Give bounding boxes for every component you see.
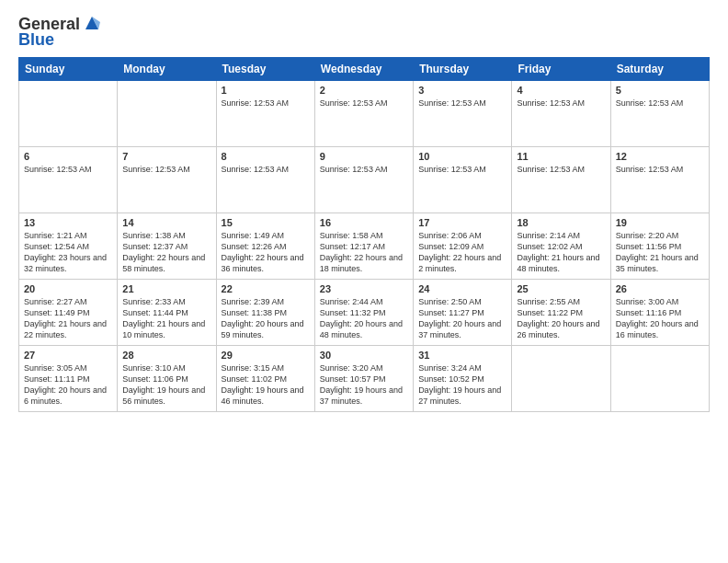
- day-number: 17: [418, 217, 506, 228]
- day-info: Sunrise: 12:53 AM: [24, 164, 112, 175]
- day-number: 31: [418, 350, 506, 361]
- day-info: Sunrise: 12:53 AM: [616, 164, 704, 175]
- weekday-header-row: SundayMondayTuesdayWednesdayThursdayFrid…: [19, 58, 710, 81]
- day-number: 30: [320, 350, 408, 361]
- page: General Blue SundayMondayTuesdayWednesda…: [0, 0, 728, 563]
- day-number: 12: [616, 151, 704, 162]
- day-cell: 16Sunrise: 1:58 AM Sunset: 12:17 AM Dayl…: [314, 213, 413, 280]
- day-cell: 8Sunrise: 12:53 AM: [216, 147, 314, 213]
- weekday-header-thursday: Thursday: [414, 58, 512, 81]
- day-cell: 18Sunrise: 2:14 AM Sunset: 12:02 AM Dayl…: [512, 213, 610, 280]
- day-cell: 31Sunrise: 3:24 AM Sunset: 10:52 PM Dayl…: [414, 346, 512, 412]
- day-cell: 1Sunrise: 12:53 AM: [216, 81, 314, 147]
- day-info: Sunrise: 2:27 AM Sunset: 11:49 PM Daylig…: [24, 296, 112, 341]
- day-cell: 5Sunrise: 12:53 AM: [610, 81, 709, 147]
- day-number: 9: [320, 151, 408, 162]
- week-row-2: 6Sunrise: 12:53 AM7Sunrise: 12:53 AM8Sun…: [19, 147, 710, 213]
- day-info: Sunrise: 2:50 AM Sunset: 11:27 PM Daylig…: [418, 296, 506, 341]
- day-info: Sunrise: 3:15 AM Sunset: 11:02 PM Daylig…: [222, 362, 310, 408]
- day-cell: 23Sunrise: 2:44 AM Sunset: 11:32 PM Dayl…: [314, 280, 413, 346]
- day-number: 6: [24, 151, 112, 162]
- day-number: 27: [24, 350, 112, 361]
- day-cell: 29Sunrise: 3:15 AM Sunset: 11:02 PM Dayl…: [216, 346, 314, 412]
- day-info: Sunrise: 12:53 AM: [418, 164, 506, 175]
- day-cell: 17Sunrise: 2:06 AM Sunset: 12:09 AM Dayl…: [414, 213, 512, 280]
- day-cell: 15Sunrise: 1:49 AM Sunset: 12:26 AM Dayl…: [216, 213, 314, 280]
- day-number: 20: [24, 283, 112, 294]
- day-number: 16: [320, 217, 408, 228]
- day-cell: 9Sunrise: 12:53 AM: [314, 147, 413, 213]
- day-number: 1: [222, 85, 310, 96]
- weekday-header-tuesday: Tuesday: [216, 58, 314, 81]
- day-cell: 2Sunrise: 12:53 AM: [314, 81, 413, 147]
- day-cell: 22Sunrise: 2:39 AM Sunset: 11:38 PM Dayl…: [216, 280, 314, 346]
- day-cell: 6Sunrise: 12:53 AM: [19, 147, 118, 213]
- day-number: 7: [122, 151, 210, 162]
- week-row-3: 13Sunrise: 1:21 AM Sunset: 12:54 AM Dayl…: [19, 213, 710, 280]
- day-number: 22: [222, 283, 310, 294]
- day-cell: 14Sunrise: 1:38 AM Sunset: 12:37 AM Dayl…: [118, 213, 216, 280]
- day-number: 21: [122, 283, 210, 294]
- day-cell: 28Sunrise: 3:10 AM Sunset: 11:06 PM Dayl…: [118, 346, 216, 412]
- day-cell: 20Sunrise: 2:27 AM Sunset: 11:49 PM Dayl…: [19, 280, 118, 346]
- day-number: 11: [517, 151, 605, 162]
- day-cell: 25Sunrise: 2:55 AM Sunset: 11:22 PM Dayl…: [512, 280, 610, 346]
- day-cell: 19Sunrise: 2:20 AM Sunset: 11:56 PM Dayl…: [610, 213, 709, 280]
- day-info: Sunrise: 12:53 AM: [418, 98, 506, 109]
- weekday-header-wednesday: Wednesday: [314, 58, 413, 81]
- day-number: 29: [222, 350, 310, 361]
- day-number: 24: [418, 283, 506, 294]
- week-row-5: 27Sunrise: 3:05 AM Sunset: 11:11 PM Dayl…: [19, 346, 710, 412]
- day-info: Sunrise: 2:39 AM Sunset: 11:38 PM Daylig…: [222, 296, 310, 341]
- day-number: 28: [122, 350, 210, 361]
- day-number: 14: [122, 217, 210, 228]
- day-info: Sunrise: 3:24 AM Sunset: 10:52 PM Daylig…: [418, 362, 506, 408]
- day-number: 8: [222, 151, 310, 162]
- week-row-4: 20Sunrise: 2:27 AM Sunset: 11:49 PM Dayl…: [19, 280, 710, 346]
- week-row-1: 1Sunrise: 12:53 AM2Sunrise: 12:53 AM3Sun…: [19, 81, 710, 147]
- day-number: 18: [517, 217, 605, 228]
- day-info: Sunrise: 2:55 AM Sunset: 11:22 PM Daylig…: [517, 296, 605, 341]
- day-info: Sunrise: 1:38 AM Sunset: 12:37 AM Daylig…: [122, 230, 210, 275]
- day-info: Sunrise: 12:53 AM: [517, 98, 605, 109]
- day-info: Sunrise: 3:10 AM Sunset: 11:06 PM Daylig…: [122, 362, 210, 408]
- weekday-header-friday: Friday: [512, 58, 610, 81]
- day-cell: 7Sunrise: 12:53 AM: [118, 147, 216, 213]
- logo: General Blue: [18, 15, 102, 50]
- day-info: Sunrise: 3:20 AM Sunset: 10:57 PM Daylig…: [320, 362, 408, 408]
- day-number: 23: [320, 283, 408, 294]
- day-info: Sunrise: 12:53 AM: [320, 98, 408, 109]
- day-cell: 3Sunrise: 12:53 AM: [414, 81, 512, 147]
- day-info: Sunrise: 12:53 AM: [122, 164, 210, 175]
- day-cell: [118, 81, 216, 147]
- header: General Blue: [18, 15, 710, 50]
- day-number: 15: [222, 217, 310, 228]
- day-info: Sunrise: 2:14 AM Sunset: 12:02 AM Daylig…: [517, 230, 605, 275]
- weekday-header-saturday: Saturday: [610, 58, 709, 81]
- day-info: Sunrise: 12:53 AM: [320, 164, 408, 175]
- day-info: Sunrise: 12:53 AM: [222, 164, 310, 175]
- weekday-header-monday: Monday: [118, 58, 216, 81]
- day-info: Sunrise: 2:20 AM Sunset: 11:56 PM Daylig…: [616, 230, 704, 275]
- day-cell: [19, 81, 118, 147]
- day-number: 5: [616, 85, 704, 96]
- day-cell: 13Sunrise: 1:21 AM Sunset: 12:54 AM Dayl…: [19, 213, 118, 280]
- day-number: 26: [616, 283, 704, 294]
- day-cell: 11Sunrise: 12:53 AM: [512, 147, 610, 213]
- day-info: Sunrise: 2:44 AM Sunset: 11:32 PM Daylig…: [320, 296, 408, 341]
- day-info: Sunrise: 2:33 AM Sunset: 11:44 PM Daylig…: [122, 296, 210, 341]
- day-info: Sunrise: 12:53 AM: [517, 164, 605, 175]
- day-number: 3: [418, 85, 506, 96]
- day-info: Sunrise: 3:00 AM Sunset: 11:16 PM Daylig…: [616, 296, 704, 341]
- day-number: 25: [517, 283, 605, 294]
- day-info: Sunrise: 12:53 AM: [222, 98, 310, 109]
- day-cell: [610, 346, 709, 412]
- day-cell: 27Sunrise: 3:05 AM Sunset: 11:11 PM Dayl…: [19, 346, 118, 412]
- day-cell: 24Sunrise: 2:50 AM Sunset: 11:27 PM Dayl…: [414, 280, 512, 346]
- day-number: 4: [517, 85, 605, 96]
- day-info: Sunrise: 3:05 AM Sunset: 11:11 PM Daylig…: [24, 362, 112, 408]
- day-info: Sunrise: 2:06 AM Sunset: 12:09 AM Daylig…: [418, 230, 506, 275]
- logo-icon: [82, 13, 102, 33]
- day-cell: 30Sunrise: 3:20 AM Sunset: 10:57 PM Dayl…: [314, 346, 413, 412]
- day-number: 10: [418, 151, 506, 162]
